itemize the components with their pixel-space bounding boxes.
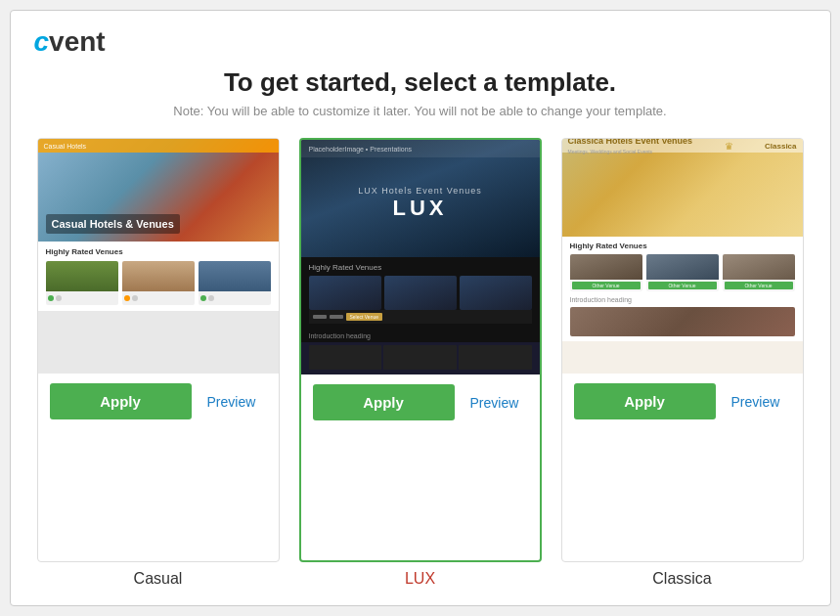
lux-top-bar-text: PlaceholderImage • Presentations (309, 146, 413, 153)
classica-footer-img (570, 307, 795, 336)
classica-name-area: Classica (561, 562, 804, 592)
header: c vent To get started, select a template… (11, 11, 830, 138)
lux-actions: Apply Preview (301, 374, 540, 430)
classica-preview: Classica Hotels Event VenuesMeetings, We… (562, 139, 803, 374)
lux-name-area: LUX (299, 562, 542, 592)
lux-action-group: Apply Preview (313, 384, 527, 420)
casual-section-title: Highly Rated Venues (46, 247, 271, 256)
lux-name: LUX (299, 562, 542, 592)
classica-intro: Introduction heading (570, 296, 795, 303)
casual-name-area: Casual (37, 562, 280, 592)
lux-preview: PlaceholderImage • Presentations LUX Hot… (301, 140, 540, 374)
main-window: c vent To get started, select a template… (10, 10, 831, 606)
classica-hero: Classica Hotels Event VenuesMeetings, We… (562, 139, 803, 237)
classica-venues: Other Venue Other Venue Other Venue (570, 254, 795, 291)
lux-venue-1 (309, 276, 381, 310)
page-title: To get started, select a template. (34, 67, 807, 98)
lux-intro: Introduction heading (301, 330, 540, 342)
templates-row: Casual Hotels Casual Hotels & Venues Hig… (11, 138, 830, 562)
casual-action-group: Apply Preview (50, 383, 264, 419)
lux-body: Highly Rated Venues Select Venue (301, 257, 540, 330)
casual-venues: Select Venue Select Venue Select Venue (46, 261, 271, 305)
casual-actions: Apply Preview (38, 374, 279, 429)
logo-c: c (34, 26, 50, 58)
classica-body: Highly Rated Venues Other Venue Other Ve… (562, 237, 803, 341)
template-names-row: Casual LUX Classica (11, 562, 830, 605)
classica-brand: Classica (765, 142, 796, 151)
classica-venue-1: Other Venue (570, 254, 642, 291)
classica-section-title: Highly Rated Venues (570, 242, 795, 250)
casual-venue-2: Select Venue (122, 261, 195, 305)
lux-subtitle: LUX Hotels Event Venues (358, 186, 482, 196)
casual-hero: Casual Hotels Casual Hotels & Venues (38, 139, 279, 242)
template-card-lux[interactable]: PlaceholderImage • Presentations LUX Hot… (299, 138, 542, 562)
casual-hero-overlay: Casual Hotels & Venues (46, 214, 180, 234)
classica-logo-text: Classica Hotels Event VenuesMeetings, We… (568, 139, 693, 155)
lux-preview-button[interactable]: Preview (463, 385, 527, 420)
classica-crown-icon: ♛ (725, 141, 733, 152)
lux-grid (301, 342, 540, 373)
lux-venue-footer: Select Venue (309, 310, 532, 324)
lux-section-title: Highly Rated Venues (309, 263, 532, 272)
lux-grid-1 (309, 345, 382, 370)
lux-top-bar: PlaceholderImage • Presentations (301, 140, 540, 157)
casual-name: Casual (37, 562, 280, 592)
casual-apply-button[interactable]: Apply (50, 383, 192, 419)
lux-select-btn: Select Venue (346, 313, 382, 321)
casual-hero-bar-text: Casual Hotels (44, 143, 87, 150)
page-subtitle: Note: You will be able to customize it l… (34, 104, 807, 118)
classica-apply-button[interactable]: Apply (574, 383, 716, 419)
classica-venue-2: Other Venue (646, 254, 719, 291)
classica-name: Classica (561, 562, 804, 592)
lux-hero: PlaceholderImage • Presentations LUX Hot… (301, 140, 540, 257)
template-card-casual[interactable]: Casual Hotels Casual Hotels & Venues Hig… (37, 138, 280, 562)
classica-venue-3: Other Venue (723, 254, 795, 291)
casual-venue-1: Select Venue (46, 261, 118, 305)
lux-venue-3 (460, 276, 532, 310)
casual-body: Highly Rated Venues Select Venue Select … (38, 242, 279, 311)
casual-preview-button[interactable]: Preview (199, 384, 264, 419)
lux-apply-button[interactable]: Apply (313, 384, 455, 420)
casual-preview: Casual Hotels Casual Hotels & Venues Hig… (38, 139, 279, 374)
classica-preview-button[interactable]: Preview (724, 384, 788, 419)
logo: c vent (34, 26, 807, 58)
template-card-classica[interactable]: Classica Hotels Event VenuesMeetings, We… (561, 138, 804, 562)
logo-vent: vent (49, 26, 106, 58)
classica-actions: Apply Preview (562, 374, 803, 429)
lux-venue-2 (384, 276, 457, 310)
classica-action-group: Apply Preview (574, 383, 788, 419)
lux-grid-2 (383, 345, 457, 370)
lux-main-title: LUX (393, 196, 448, 221)
lux-venues (309, 276, 532, 310)
lux-grid-3 (459, 345, 532, 370)
classica-top-bar: Classica Hotels Event VenuesMeetings, We… (562, 139, 803, 153)
casual-hero-bar: Casual Hotels (38, 139, 279, 153)
casual-venue-3: Select Venue (199, 261, 271, 305)
